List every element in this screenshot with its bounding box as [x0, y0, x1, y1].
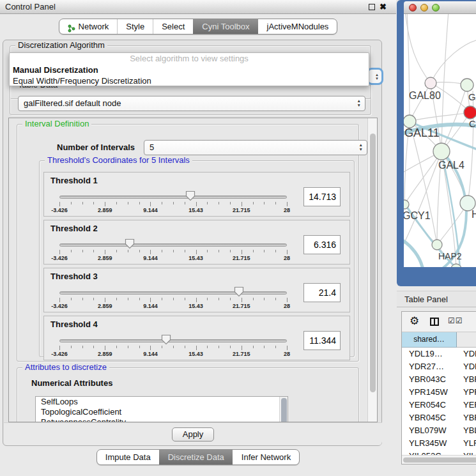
network-node-hap2[interactable] — [432, 240, 442, 250]
table-cell[interactable]: YDR27… — [402, 360, 457, 373]
slider-track[interactable] — [59, 243, 287, 247]
table-cell[interactable]: YIL052C — [402, 450, 457, 455]
table-cell[interactable]: YPR1 — [457, 386, 476, 399]
table-row[interactable]: YBR043CYBR0 — [402, 373, 476, 386]
checkbox-icons[interactable]: ☑☑ — [448, 316, 463, 325]
table-hscrollbar-thumb[interactable] — [403, 457, 476, 463]
table-cell[interactable]: YLR3 — [457, 437, 476, 450]
table-row[interactable]: YER054CYER0 — [402, 399, 476, 411]
list-scrollbar-thumb[interactable] — [281, 398, 287, 422]
threshold-value-field[interactable]: 11.344 — [303, 331, 341, 350]
table-cell[interactable]: YBR0 — [457, 373, 476, 386]
tab-network[interactable]: Network — [59, 19, 118, 34]
network-node-gcy1[interactable] — [404, 200, 409, 209]
gear-icon[interactable]: ⚙ — [410, 314, 419, 328]
column-header-name[interactable]: na — [457, 332, 476, 348]
network-node-ga[interactable] — [461, 79, 473, 91]
tick-label: 28 — [284, 351, 290, 357]
numerical-attribute-item[interactable]: TopologicalCoefficient — [36, 407, 288, 417]
table-row[interactable]: YIL052CYIL0 — [402, 450, 476, 455]
column-header-shared[interactable]: shared… — [402, 332, 457, 348]
dropdown-option-manual-discretization[interactable]: Manual Discretization — [10, 65, 369, 76]
tab-select[interactable]: Select — [153, 19, 193, 34]
tick-mark — [173, 250, 174, 252]
tab-discretize-data[interactable]: Discretize Data — [159, 450, 233, 464]
threshold-label: Threshold 4 — [50, 319, 98, 329]
tick-mark — [196, 346, 197, 350]
table-row[interactable]: YLR345WYLR3 — [402, 437, 476, 450]
tick-label: 21.715 — [233, 255, 250, 261]
threshold-label: Threshold 3 — [50, 272, 98, 281]
table-row[interactable]: YDL19…YDL1 — [402, 348, 476, 360]
table-cell[interactable]: YDL19… — [402, 348, 457, 360]
slider-handle[interactable] — [125, 238, 135, 249]
table-row[interactable]: YBR045CYBR0 — [402, 411, 476, 424]
panel-scrollbar-thumb[interactable] — [370, 134, 376, 392]
table-cell[interactable]: YBR045C — [402, 411, 457, 424]
numerical-attribute-item[interactable]: SelfLoops — [36, 397, 288, 407]
table-cell[interactable]: YBL0 — [457, 424, 476, 437]
slider-handle[interactable] — [185, 190, 196, 201]
table-cell[interactable]: YBL079W — [402, 424, 457, 437]
apply-button[interactable]: Apply — [172, 427, 214, 441]
numerical-attribute-item[interactable]: BetweennessCentrality — [36, 417, 288, 422]
table-cell[interactable]: YER054C — [402, 399, 457, 411]
float-window-icon[interactable] — [369, 4, 375, 10]
node-label: GAL11 — [404, 127, 440, 139]
zoom-traffic-light[interactable] — [432, 4, 440, 12]
slider-ticks — [59, 250, 287, 255]
tick-mark — [242, 202, 242, 206]
table-cell[interactable]: YPR145W — [402, 386, 457, 399]
panel-scrollbar[interactable] — [367, 118, 377, 422]
tab-style[interactable]: Style — [117, 19, 153, 34]
close-icon[interactable]: ✖ — [380, 2, 387, 12]
columns-icon[interactable] — [430, 318, 439, 326]
tab-impute-data[interactable]: Impute Data — [97, 450, 159, 464]
table-row[interactable]: YPR145WYPR1 — [402, 386, 476, 399]
close-traffic-light[interactable] — [409, 4, 417, 12]
bottom-tab-bar: Impute DataDiscretize DataInfer Network — [0, 449, 396, 465]
table-row[interactable]: YDR27…YDR2 — [402, 360, 476, 373]
slider-track[interactable] — [59, 291, 287, 295]
dropdown-option-equal-width-frequency-discretization[interactable]: Equal Width/Frequency Discretization — [10, 75, 369, 86]
network-edge — [431, 40, 476, 83]
network-node-gal4[interactable] — [433, 143, 450, 160]
table-cell[interactable]: YBR043C — [402, 373, 457, 386]
table-cell[interactable]: YDL1 — [457, 348, 476, 360]
tick-labels: -3.4262.8599.14415.4321.71528 — [59, 207, 287, 215]
tick-mark — [71, 346, 72, 348]
table-cell[interactable]: YBR0 — [457, 411, 476, 424]
table-row[interactable]: YBL079WYBL0 — [402, 424, 476, 437]
network-node-c[interactable] — [464, 106, 476, 119]
network-node-gal80[interactable] — [425, 77, 436, 89]
table-cell[interactable]: YDR2 — [457, 360, 476, 373]
slider-track[interactable] — [59, 196, 287, 199]
slider-track[interactable] — [59, 339, 287, 342]
slider-handle[interactable] — [234, 286, 244, 297]
table-cell[interactable]: YLR345W — [402, 437, 457, 450]
threshold-value-field[interactable]: 14.713 — [303, 187, 341, 206]
table-cell[interactable]: YIL0 — [457, 450, 476, 455]
threshold-value-field[interactable]: 21.4 — [303, 283, 341, 302]
num-intervals-combobox[interactable]: 5 ▲▼ — [144, 140, 367, 155]
tab-label: jActiveMNodules — [267, 19, 329, 34]
network-canvas[interactable]: GAL80GACGAL11GAL4GCY1HHAP2 — [404, 14, 476, 267]
tick-mark — [196, 298, 197, 302]
numerical-attributes-list[interactable]: SelfLoopsTopologicalCoefficientBetweenne… — [35, 396, 288, 422]
table-cell[interactable]: YER0 — [457, 399, 476, 411]
tick-label: 15.43 — [188, 207, 203, 213]
tab-cyni-toolbox[interactable]: Cyni Toolbox — [193, 19, 257, 34]
slider-handle[interactable] — [161, 334, 171, 345]
tick-mark — [287, 250, 288, 254]
table-hscrollbar[interactable] — [402, 455, 476, 464]
table-header-row: shared… na — [402, 332, 476, 348]
minimize-traffic-light[interactable] — [420, 4, 428, 12]
table-data-combobox[interactable]: galFiltered.sif default node ▲▼ — [18, 96, 365, 111]
list-scrollbar[interactable] — [279, 397, 288, 422]
tab-jactivemnodules[interactable]: jActiveMNodules — [258, 19, 337, 34]
network-window-titlebar[interactable] — [404, 1, 476, 14]
network-node-gal11[interactable] — [404, 115, 416, 128]
threshold-value-field[interactable]: 6.316 — [303, 235, 341, 254]
tick-mark — [71, 298, 72, 300]
tab-infer-network[interactable]: Infer Network — [233, 450, 299, 464]
